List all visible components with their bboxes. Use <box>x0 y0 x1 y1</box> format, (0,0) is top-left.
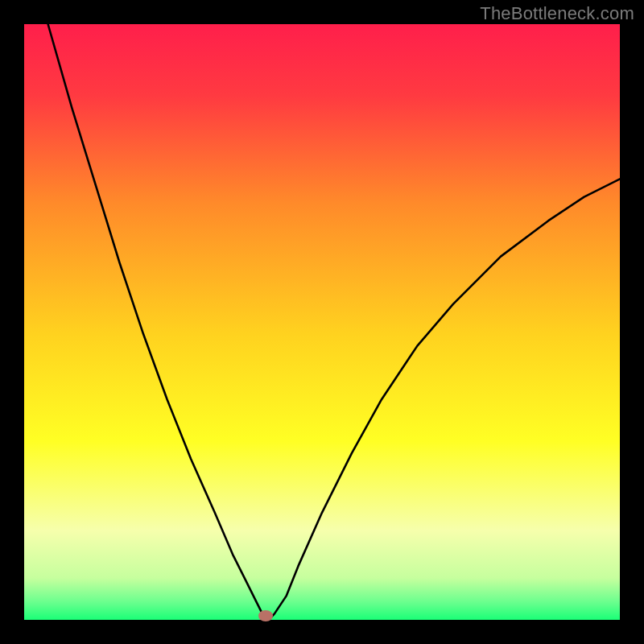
bottleneck-curve <box>24 24 620 620</box>
watermark-text: TheBottleneck.com <box>480 3 634 24</box>
plot-area <box>24 24 620 620</box>
chart-frame: TheBottleneck.com <box>0 0 644 644</box>
minimum-marker-icon <box>258 610 273 621</box>
